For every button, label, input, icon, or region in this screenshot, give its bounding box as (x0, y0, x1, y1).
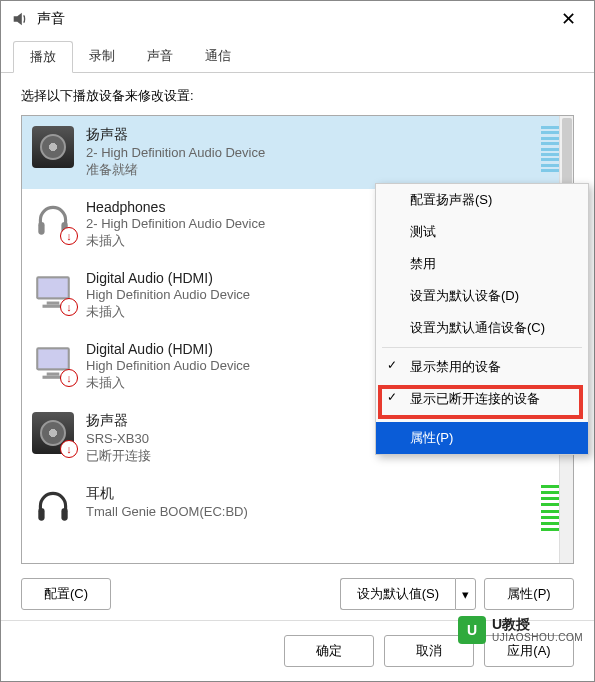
device-sub: Tmall Genie BOOM(EC:BD) (86, 504, 535, 519)
menu-test[interactable]: 测试 (376, 216, 588, 248)
set-default-split-button[interactable]: 设为默认值(S) ▾ (340, 578, 476, 610)
unplugged-badge (60, 369, 78, 387)
window-title: 声音 (37, 10, 553, 28)
monitor-icon (32, 270, 74, 312)
tab-play[interactable]: 播放 (13, 41, 73, 73)
menu-separator (382, 418, 582, 419)
svg-rect-4 (47, 302, 60, 305)
ok-button[interactable]: 确定 (284, 635, 374, 667)
disconnected-badge (60, 440, 78, 458)
svg-rect-8 (47, 373, 60, 376)
menu-configure-speaker[interactable]: 配置扬声器(S) (376, 184, 588, 216)
menu-show-disabled[interactable]: 显示禁用的设备 (376, 351, 588, 383)
tab-comm[interactable]: 通信 (189, 41, 247, 72)
device-name: 耳机 (86, 485, 535, 503)
menu-show-disconnected[interactable]: 显示已断开连接的设备 (376, 383, 588, 415)
tabs: 播放 录制 声音 通信 (1, 41, 594, 73)
unplugged-badge (60, 227, 78, 245)
menu-set-default[interactable]: 设置为默认设备(D) (376, 280, 588, 312)
watermark-logo: U (458, 616, 486, 644)
svg-rect-0 (38, 222, 44, 235)
device-item[interactable]: 扬声器 2- High Definition Audio Device 准备就绪 (22, 116, 573, 189)
speaker-icon (32, 412, 74, 454)
menu-set-comm[interactable]: 设置为默认通信设备(C) (376, 312, 588, 344)
context-menu: 配置扬声器(S) 测试 禁用 设置为默认设备(D) 设置为默认通信设备(C) 显… (375, 183, 589, 455)
device-sub: 2- High Definition Audio Device (86, 145, 535, 160)
close-button[interactable]: ✕ (553, 8, 584, 30)
svg-rect-11 (61, 508, 67, 521)
unplugged-badge (60, 298, 78, 316)
properties-button[interactable]: 属性(P) (484, 578, 574, 610)
instruction-text: 选择以下播放设备来修改设置: (21, 87, 574, 105)
watermark-name: U教授 (492, 617, 583, 632)
configure-button[interactable]: 配置(C) (21, 578, 111, 610)
device-status: 准备就绪 (86, 161, 535, 179)
tab-record[interactable]: 录制 (73, 41, 131, 72)
monitor-icon (32, 341, 74, 383)
headphone-icon (32, 485, 74, 527)
tab-sounds[interactable]: 声音 (131, 41, 189, 72)
watermark-url: UJIAOSHOU.COM (492, 632, 583, 643)
headphone-icon (32, 199, 74, 241)
device-name: 扬声器 (86, 126, 535, 144)
sound-icon (11, 10, 29, 28)
watermark: U U教授 UJIAOSHOU.COM (458, 616, 583, 644)
set-default-label: 设为默认值(S) (340, 578, 455, 610)
speaker-icon (32, 126, 74, 168)
menu-disable[interactable]: 禁用 (376, 248, 588, 280)
menu-properties[interactable]: 属性(P) (376, 422, 588, 454)
device-item[interactable]: 耳机 Tmall Genie BOOM(EC:BD) (22, 475, 573, 533)
svg-rect-3 (38, 278, 67, 297)
chevron-down-icon[interactable]: ▾ (455, 578, 476, 610)
svg-rect-10 (38, 508, 44, 521)
menu-separator (382, 347, 582, 348)
svg-rect-7 (38, 349, 67, 368)
